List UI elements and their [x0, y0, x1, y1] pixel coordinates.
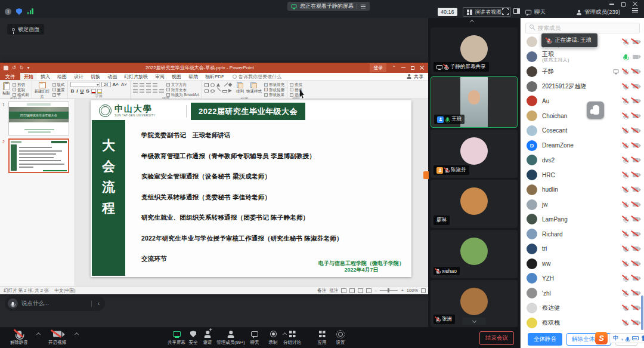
quick-styles-button[interactable]: 快速样式: [246, 82, 262, 94]
camera-icon[interactable]: [633, 321, 639, 325]
highlight-color-button[interactable]: [97, 89, 102, 94]
voice-comment-icon[interactable]: [8, 298, 18, 309]
participant-row[interactable]: 'zhl: [521, 286, 644, 301]
zoom-slider[interactable]: [380, 290, 398, 291]
smartart-button[interactable]: 转换为 SmartArt: [166, 93, 199, 97]
align-text-button[interactable]: 对齐文本: [166, 88, 199, 92]
find-button[interactable]: 查找: [290, 82, 302, 87]
mic-icon[interactable]: [624, 113, 627, 118]
fullscreen-button[interactable]: [502, 8, 509, 15]
ime-language-toggle[interactable]: 中: [613, 334, 618, 342]
participant-row[interactable]: Au: [521, 94, 644, 109]
ppt-maximize-button[interactable]: [411, 66, 414, 70]
text-direction-button[interactable]: 文字方向: [166, 82, 199, 87]
video-tile[interactable]: 陈淑芬: [431, 130, 518, 178]
font-style-button[interactable]: B: [70, 88, 75, 94]
ribbon-tab[interactable]: 审阅: [151, 73, 168, 80]
settings-button[interactable]: 设置: [332, 329, 349, 346]
bullets-icon[interactable]: [133, 83, 138, 87]
shrink-font-icon[interactable]: A˅: [120, 82, 128, 87]
align-left-icon[interactable]: [133, 89, 138, 93]
panel-menu-icon[interactable]: [632, 8, 638, 13]
camera-icon[interactable]: [633, 247, 639, 251]
slide-thumbnail-2-selected[interactable]: [8, 138, 69, 173]
comment-placeholder[interactable]: 说点什么...: [21, 300, 88, 307]
participant-row[interactable]: 子静: [521, 64, 644, 79]
zoom-in-icon[interactable]: +: [401, 288, 403, 293]
shapes-gallery[interactable]: [205, 82, 234, 94]
apps-button[interactable]: 应用: [314, 329, 330, 346]
mic-icon[interactable]: [624, 276, 627, 281]
close-button[interactable]: [633, 2, 637, 7]
participant-row[interactable]: tri: [521, 242, 644, 257]
video-tile[interactable]: 张洲: [431, 280, 518, 327]
meeting-info-icon[interactable]: i: [5, 8, 11, 15]
slide-sorter-icon[interactable]: [349, 288, 355, 293]
outdent-icon[interactable]: [153, 83, 157, 87]
camera-icon[interactable]: [633, 128, 639, 133]
mic-icon[interactable]: [624, 69, 627, 74]
chat-button-top[interactable]: 聊天: [525, 8, 546, 16]
ime-punctuation-toggle[interactable]: ,: [621, 337, 623, 340]
mic-options-chevron[interactable]: [36, 332, 41, 337]
mic-icon[interactable]: [624, 187, 627, 192]
video-tile[interactable]: 廖琳: [431, 180, 518, 228]
ribbon-tab[interactable]: 帮助: [185, 73, 202, 80]
security-shield-icon[interactable]: [16, 8, 22, 15]
ribbon-tab[interactable]: 开始: [20, 73, 37, 80]
fit-slide-icon[interactable]: [421, 288, 426, 293]
normal-view-icon[interactable]: [341, 288, 346, 293]
participant-row[interactable]: ww: [521, 256, 644, 271]
participant-row[interactable]: 王琅 (联席主持人): [521, 50, 644, 64]
slideshow-icon[interactable]: [366, 288, 371, 293]
participant-row[interactable]: LamPang: [521, 212, 644, 227]
camera-icon[interactable]: [633, 69, 639, 73]
mic-icon[interactable]: [624, 321, 627, 325]
list-scrollbar[interactable]: [641, 295, 643, 330]
mic-icon[interactable]: [624, 306, 627, 310]
reset-button[interactable]: 重置: [52, 88, 65, 92]
shape-effects-button[interactable]: 形状效果: [264, 93, 284, 97]
participant-row[interactable]: Richard: [521, 227, 644, 242]
video-tile-screen-share[interactable]: 子静的屏幕共享: [431, 27, 518, 75]
font-name-select[interactable]: [70, 82, 100, 87]
manage-members-button[interactable]: 管理成员(99+): [212, 329, 250, 346]
camera-icon[interactable]: [633, 261, 639, 266]
indent-icon[interactable]: [146, 83, 151, 87]
comments-toggle[interactable]: 批注: [329, 288, 338, 294]
save-icon[interactable]: [4, 66, 8, 70]
video-tile-speaking[interactable]: 王琅: [431, 76, 518, 128]
camera-icon[interactable]: [633, 55, 639, 59]
ppt-minimize-button[interactable]: [401, 67, 405, 68]
comment-input-bar[interactable]: 说点什么... ‹: [5, 296, 105, 311]
columns-icon[interactable]: [159, 89, 164, 93]
share-menu-icon[interactable]: [361, 4, 366, 8]
collapse-strip-icon[interactable]: [470, 20, 474, 24]
grow-font-icon[interactable]: A˄: [112, 82, 119, 87]
redo-icon[interactable]: ↻: [20, 66, 24, 70]
lock-view-button[interactable]: 锁定画面: [7, 24, 44, 35]
ribbon-tab[interactable]: 设计: [70, 73, 87, 80]
mic-icon[interactable]: [624, 143, 627, 148]
font-style-button[interactable]: I: [76, 88, 78, 94]
participant-row[interactable]: YZH: [521, 271, 644, 286]
participant-row[interactable]: Choichan: [521, 109, 644, 124]
ribbon-tab[interactable]: 福昕PDF: [202, 73, 228, 80]
shape-outline-button[interactable]: 形状轮廓: [264, 88, 284, 92]
notification-tab-marker[interactable]: [423, 171, 429, 179]
ribbon-tab[interactable]: 绘图: [54, 73, 70, 80]
zoom-out-icon[interactable]: –: [374, 288, 377, 293]
paste-button[interactable]: 粘贴: [2, 82, 10, 96]
mute-all-button[interactable]: 全体静音: [528, 333, 562, 346]
zoom-level[interactable]: 100%: [407, 288, 418, 293]
mic-icon[interactable]: [624, 39, 627, 44]
end-meeting-button[interactable]: 结束会议: [479, 331, 514, 345]
participant-row[interactable]: dvs2: [521, 153, 644, 168]
ribbon-tab[interactable]: 动画: [104, 73, 120, 80]
font-style-button[interactable]: S: [85, 88, 89, 94]
camera-icon[interactable]: [633, 187, 639, 192]
arrange-button[interactable]: 排列: [236, 82, 244, 94]
language-indicator[interactable]: 中文(中国): [54, 288, 75, 294]
justify-icon[interactable]: [153, 89, 157, 93]
video-tile[interactable]: xiehao: [431, 230, 518, 278]
